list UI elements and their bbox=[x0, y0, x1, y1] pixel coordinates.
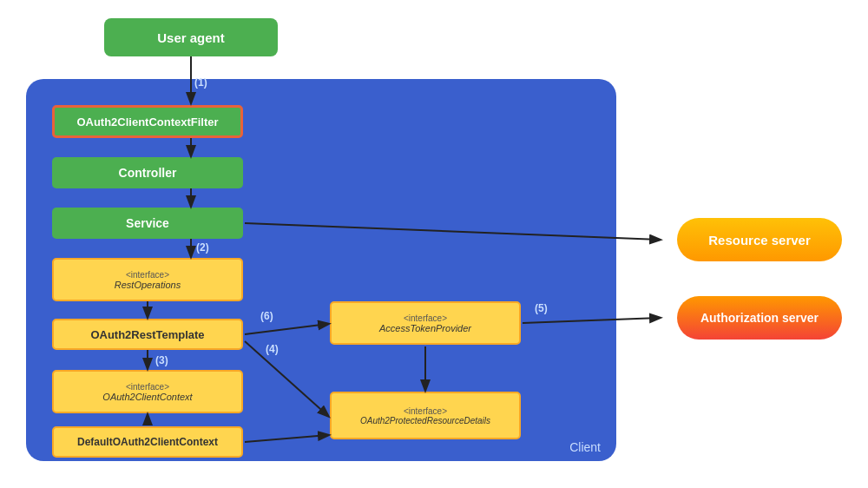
service-label: Service bbox=[126, 216, 169, 230]
oauth2-client-context-name: OAuth2ClientContext bbox=[102, 392, 192, 402]
user-agent-label: User agent bbox=[157, 30, 225, 45]
service-box: Service bbox=[52, 208, 243, 239]
oauth2-client-context-box: <interface> OAuth2ClientContext bbox=[52, 370, 243, 413]
oauth2-rest-template-label: OAuth2RestTemplate bbox=[90, 328, 204, 341]
oauth2-filter-box: OAuth2ClientContextFilter bbox=[52, 105, 243, 138]
oauth2-protected-resource-box: <interface> OAuth2ProtectedResourceDetai… bbox=[330, 392, 521, 439]
default-oauth2-box: DefaultOAuth2ClientContext bbox=[52, 426, 243, 458]
oauth2-protected-resource-name: OAuth2ProtectedResourceDetails bbox=[360, 416, 490, 425]
access-token-provider-box: <interface> AccessTokenProvider bbox=[330, 301, 521, 345]
resource-server-box: Resource server bbox=[677, 218, 842, 261]
rest-operations-box: <interface> RestOperations bbox=[52, 258, 243, 301]
authorization-server-box: Authorization server bbox=[677, 296, 842, 340]
oauth2-rest-template-box: OAuth2RestTemplate bbox=[52, 319, 243, 350]
oauth2-filter-label: OAuth2ClientContextFilter bbox=[76, 115, 218, 129]
default-oauth2-label: DefaultOAuth2ClientContext bbox=[77, 436, 218, 448]
oauth2-protected-resource-interface: <interface> bbox=[404, 406, 447, 416]
authorization-server-label: Authorization server bbox=[700, 311, 819, 325]
controller-box: Controller bbox=[52, 157, 243, 188]
user-agent-box: User agent bbox=[104, 18, 278, 56]
controller-label: Controller bbox=[119, 166, 177, 180]
rest-operations-interface: <interface> bbox=[126, 270, 169, 280]
access-token-provider-name: AccessTokenProvider bbox=[379, 323, 471, 333]
oauth2-client-context-interface: <interface> bbox=[126, 382, 169, 392]
rest-operations-name: RestOperations bbox=[115, 280, 181, 290]
client-label: Client bbox=[569, 440, 601, 454]
diagram-container: User agent Client OAuth2ClientContextFil… bbox=[9, 10, 859, 478]
resource-server-label: Resource server bbox=[708, 233, 811, 247]
access-token-provider-interface: <interface> bbox=[404, 313, 447, 323]
